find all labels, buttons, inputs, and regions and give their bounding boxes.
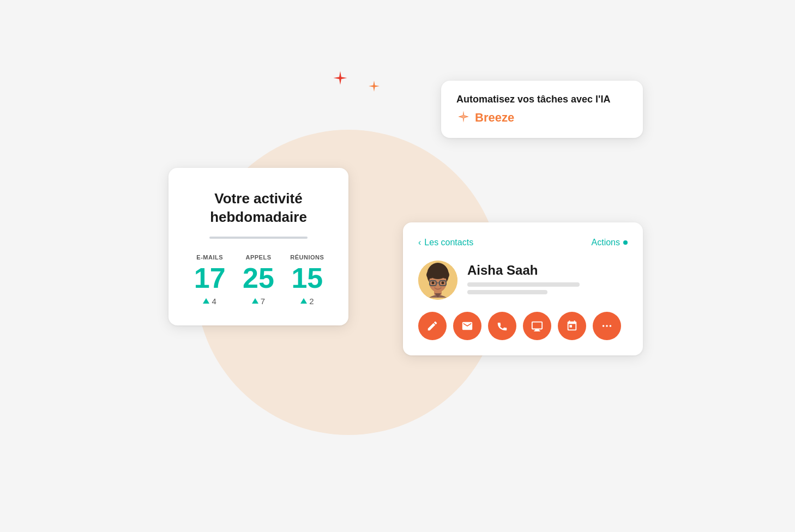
- stat-reunions-delta-value: 2: [309, 297, 314, 306]
- svg-point-14: [610, 325, 612, 327]
- screen-button[interactable]: [523, 312, 551, 340]
- email-button[interactable]: [453, 312, 481, 340]
- sparkle-red-icon: [332, 70, 348, 89]
- svg-point-5: [426, 271, 434, 279]
- stat-reunions-delta: 2: [300, 297, 314, 306]
- stat-reunions-value: 15: [291, 264, 323, 292]
- svg-point-13: [606, 325, 608, 327]
- stat-appels: APPELS 25 7: [237, 254, 280, 306]
- back-to-contacts[interactable]: ‹ Les contacts: [418, 238, 473, 247]
- breeze-brand[interactable]: Breeze: [456, 110, 628, 126]
- svg-point-11: [442, 282, 444, 285]
- breeze-title: Automatisez vos tâches avec l'IA: [456, 94, 628, 105]
- stat-appels-delta: 7: [252, 297, 265, 306]
- stat-appels-value: 25: [243, 264, 274, 292]
- activity-divider: [209, 237, 308, 239]
- contact-line-1: [467, 282, 580, 287]
- breeze-icon: [456, 110, 471, 126]
- contact-card: ‹ Les contacts Actions: [403, 222, 643, 355]
- stat-emails-label: E-MAILS: [196, 254, 223, 261]
- stat-emails-value: 17: [194, 264, 226, 292]
- scene: Votre activité hebdomadaire E-MAILS 17 4…: [152, 43, 643, 489]
- stat-emails-delta: 4: [203, 297, 216, 306]
- contact-nav: ‹ Les contacts Actions: [418, 238, 628, 247]
- svg-point-12: [603, 325, 605, 327]
- sparkle-orange-icon: [368, 80, 381, 95]
- contact-action-buttons: [418, 312, 628, 340]
- breeze-brand-name: Breeze: [475, 111, 514, 125]
- stat-emails: E-MAILS 17 4: [188, 254, 231, 306]
- contact-text: Aisha Saah: [467, 263, 628, 298]
- actions-label: Actions: [592, 238, 620, 247]
- stat-reunions: RÉUNIONS 15 2: [286, 254, 329, 306]
- stat-emails-delta-value: 4: [212, 297, 216, 306]
- stat-reunions-label: RÉUNIONS: [290, 254, 324, 261]
- contact-name: Aisha Saah: [467, 263, 628, 278]
- activity-card: Votre activité hebdomadaire E-MAILS 17 4…: [168, 168, 348, 325]
- svg-point-6: [442, 271, 449, 279]
- back-arrow-icon: ‹: [418, 238, 421, 247]
- actions-dot: [623, 240, 628, 245]
- avatar: [418, 261, 457, 300]
- phone-button[interactable]: [488, 312, 516, 340]
- contact-info: Aisha Saah: [418, 261, 628, 300]
- delta-arrow-reunions: [300, 298, 307, 304]
- contact-line-2: [467, 290, 547, 294]
- delta-arrow-appels: [252, 298, 258, 304]
- svg-point-10: [432, 282, 435, 285]
- contact-actions-button[interactable]: Actions: [592, 238, 628, 247]
- activity-title: Votre activité hebdomadaire: [188, 190, 329, 227]
- stat-appels-label: APPELS: [245, 254, 271, 261]
- stat-appels-delta-value: 7: [261, 297, 265, 306]
- activity-stats: E-MAILS 17 4 APPELS 25 7 RÉUNIONS 15: [188, 254, 329, 306]
- more-button[interactable]: [593, 312, 621, 340]
- edit-button[interactable]: [418, 312, 447, 340]
- calendar-button[interactable]: [558, 312, 586, 340]
- back-label: Les contacts: [424, 238, 473, 247]
- breeze-card: Automatisez vos tâches avec l'IA Breeze: [441, 81, 643, 138]
- delta-arrow-emails: [203, 298, 209, 304]
